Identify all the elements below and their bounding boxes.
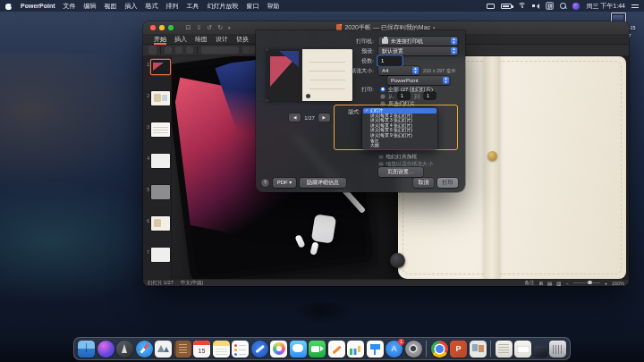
notification-center-icon[interactable] bbox=[631, 3, 639, 9]
launchpad-dock-icon[interactable] bbox=[116, 341, 133, 358]
app-store-dock-icon[interactable]: A 1 bbox=[386, 341, 402, 358]
siri-icon[interactable] bbox=[572, 3, 580, 10]
finder-dock-icon[interactable] bbox=[78, 341, 95, 358]
reminders-dock-icon[interactable] bbox=[232, 341, 249, 358]
tab-transitions[interactable]: 切换 bbox=[236, 34, 249, 45]
minimize-button[interactable] bbox=[159, 25, 165, 30]
print-button[interactable]: 打印 bbox=[437, 178, 458, 188]
notes-dock-icon[interactable] bbox=[213, 341, 230, 358]
checkbox-icon[interactable] bbox=[378, 155, 384, 160]
menu-item-file[interactable]: 文件 bbox=[64, 2, 76, 11]
slide-thumbnail-7[interactable]: 7 bbox=[143, 248, 172, 265]
menu-app-name[interactable]: PowerPoint bbox=[21, 3, 55, 9]
spotlight-icon[interactable] bbox=[560, 3, 566, 9]
normal-view-icon[interactable]: ⊞ bbox=[538, 281, 543, 286]
cancel-button[interactable]: 取消 bbox=[413, 178, 434, 188]
wifi-icon[interactable] bbox=[518, 3, 526, 9]
input-method-icon[interactable]: 拼 bbox=[546, 2, 554, 10]
prev-page-button[interactable]: ◀ bbox=[289, 114, 301, 122]
volume-icon[interactable] bbox=[532, 3, 539, 9]
thumbnail-image[interactable] bbox=[151, 91, 170, 105]
notes-toggle[interactable]: 备注 bbox=[524, 280, 534, 286]
hide-details-button[interactable]: 隐藏详细信息 bbox=[300, 178, 346, 188]
display-status-icon[interactable] bbox=[487, 4, 495, 9]
menu-item-window[interactable]: 窗口 bbox=[247, 2, 259, 11]
printer-select[interactable]: 未连接打印机 ▲▼ bbox=[378, 37, 458, 46]
checkbox-icon[interactable] bbox=[378, 162, 384, 167]
siri-dock-icon[interactable] bbox=[97, 341, 114, 358]
radio-range[interactable] bbox=[380, 94, 386, 99]
photos-dock-icon[interactable] bbox=[270, 341, 287, 358]
preset-select[interactable]: 默认设置 ▲▼ bbox=[378, 46, 458, 55]
safari-dock-icon[interactable] bbox=[136, 341, 153, 358]
slide-thumbnail-6[interactable]: 6 bbox=[143, 216, 172, 234]
chrome-dock-icon[interactable] bbox=[431, 341, 448, 358]
close-button[interactable] bbox=[150, 25, 156, 30]
pdf-button[interactable]: PDF ▾ bbox=[273, 178, 296, 188]
pages-dock-icon[interactable] bbox=[328, 341, 345, 358]
messages-dock-icon[interactable] bbox=[290, 341, 307, 358]
menu-item-arrange[interactable]: 排列 bbox=[166, 2, 179, 11]
apple-menu-icon[interactable] bbox=[5, 3, 13, 10]
facetime-dock-icon[interactable] bbox=[309, 341, 326, 358]
thumbnail-image[interactable] bbox=[151, 154, 170, 168]
layout-button[interactable] bbox=[175, 46, 182, 54]
menu-item-format[interactable]: 格式 bbox=[146, 2, 158, 11]
system-preferences-dock-icon[interactable] bbox=[405, 341, 422, 358]
paste-button[interactable] bbox=[148, 46, 157, 55]
zoom-slider[interactable] bbox=[573, 282, 600, 284]
calendar-dock-icon[interactable]: 15 bbox=[193, 341, 210, 358]
tab-draw[interactable]: 绘图 bbox=[195, 34, 208, 45]
menu-item-view[interactable]: 视图 bbox=[105, 2, 117, 11]
thumbnail-image[interactable] bbox=[151, 60, 170, 74]
thumbnail-image[interactable] bbox=[151, 216, 170, 231]
to-input[interactable] bbox=[424, 92, 436, 99]
documents-stack-icon[interactable] bbox=[496, 341, 513, 358]
menu-item-outline[interactable]: 大纲 bbox=[363, 143, 436, 148]
slide-thumbnail-4[interactable]: 4 bbox=[143, 154, 172, 172]
zoom-in-icon[interactable]: + bbox=[605, 281, 607, 286]
thumbnail-image[interactable] bbox=[151, 122, 170, 137]
copies-input[interactable] bbox=[378, 56, 402, 65]
autosave-icon[interactable]: ⊡ bbox=[186, 21, 191, 34]
thumbnail-image[interactable] bbox=[151, 185, 170, 199]
menu-item-insert[interactable]: 插入 bbox=[125, 2, 138, 11]
sorter-view-icon[interactable]: ▤ bbox=[547, 281, 552, 286]
pen-app-dock-icon[interactable] bbox=[251, 341, 268, 358]
from-input[interactable] bbox=[398, 92, 410, 99]
tab-design[interactable]: 设计 bbox=[216, 34, 228, 45]
reading-view-icon[interactable]: ▥ bbox=[556, 281, 561, 286]
pane-select[interactable]: PowerPoint ▲▼ bbox=[387, 76, 450, 85]
font-name-box[interactable] bbox=[201, 46, 239, 54]
menu-bar-clock[interactable]: 周三 下午1:44 bbox=[586, 2, 625, 11]
powerpoint-dock-icon[interactable]: P bbox=[450, 341, 467, 358]
slide-thumbnail-5[interactable]: 5 bbox=[143, 185, 172, 203]
numbers-dock-icon[interactable] bbox=[347, 341, 364, 358]
keynote-dock-icon[interactable] bbox=[367, 341, 384, 358]
menu-item-tools[interactable]: 工具 bbox=[187, 2, 199, 11]
thumbnail-image[interactable] bbox=[151, 248, 170, 262]
tab-home[interactable]: 开始 bbox=[154, 34, 166, 45]
menu-item-edit[interactable]: 编辑 bbox=[84, 2, 97, 11]
trash-dock-icon[interactable] bbox=[549, 341, 566, 358]
new-slide-button[interactable] bbox=[165, 46, 172, 54]
section-button[interactable] bbox=[186, 46, 193, 54]
language-indicator[interactable]: 中文(中国) bbox=[181, 280, 204, 286]
slide-thumbnail-3[interactable]: 3 bbox=[143, 122, 172, 140]
tab-insert[interactable]: 插入 bbox=[174, 34, 187, 45]
save-icon[interactable]: ⇩ bbox=[196, 21, 201, 34]
battery-icon[interactable] bbox=[501, 4, 512, 9]
help-button[interactable]: ? bbox=[261, 179, 269, 187]
preview-dock-icon[interactable] bbox=[155, 341, 172, 358]
paper-size-select[interactable]: A4 ▲▼ bbox=[378, 66, 419, 75]
contacts-dock-icon[interactable] bbox=[174, 341, 191, 358]
qat-caret-icon[interactable]: ▾ bbox=[228, 21, 231, 34]
minimized-window-icon[interactable] bbox=[534, 346, 547, 357]
slide-thumbnail-2[interactable]: 2 bbox=[143, 91, 172, 109]
zoom-button[interactable] bbox=[168, 25, 174, 30]
slide-thumbnail-1[interactable]: 1 bbox=[143, 60, 172, 78]
font-size-box[interactable] bbox=[242, 46, 255, 54]
menu-item-help[interactable]: 帮助 bbox=[267, 2, 280, 11]
radio-all-slides[interactable] bbox=[380, 87, 386, 92]
zoom-percentage[interactable]: 160% bbox=[612, 281, 624, 286]
